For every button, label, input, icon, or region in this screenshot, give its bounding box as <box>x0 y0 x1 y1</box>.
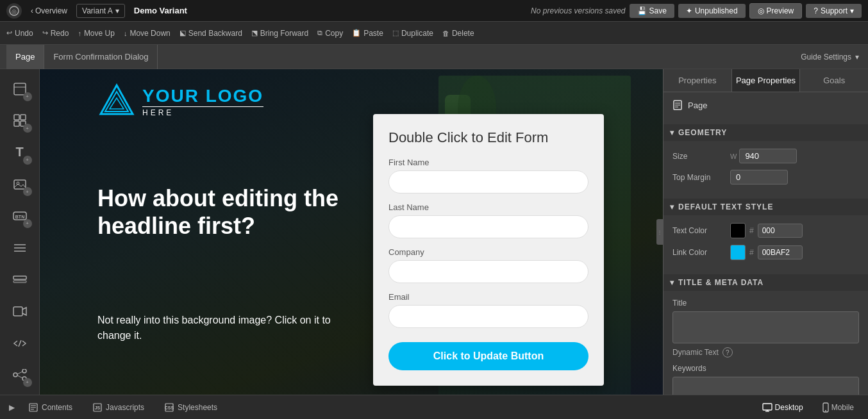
element-sidebar: + + T + + BTN + + <box>0 69 40 395</box>
undo-button[interactable]: ↩ Undo <box>6 29 33 38</box>
delete-icon: 🗑 <box>442 29 449 37</box>
company-field: Company <box>388 247 588 283</box>
chevron-down-icon: ▾ <box>115 6 119 15</box>
dynamic-text-button[interactable]: Dynamic Text ? <box>672 347 733 357</box>
form-dialog[interactable]: Double Click to Edit Form First Name Las… <box>373 114 604 386</box>
paste-button[interactable]: 📋 Paste <box>352 29 383 38</box>
logo-main-text: YOUR LOGO <box>142 86 263 106</box>
link-color-label: Link Color <box>672 248 730 257</box>
sidebar-item-widget[interactable]: + <box>5 106 35 136</box>
geometry-header[interactable]: ▾ GEOMETRY <box>664 124 868 141</box>
page-logo: YOUR LOGO HERE <box>97 82 263 120</box>
svg-rect-2 <box>14 83 26 95</box>
sidebar-item-image[interactable]: + <box>5 170 35 199</box>
bring-forward-button[interactable]: ⬔ Bring Forward <box>251 29 308 38</box>
size-label: Size <box>672 152 730 161</box>
page-headline[interactable]: How about editing the headline first? <box>97 185 367 240</box>
svg-rect-6 <box>14 121 19 126</box>
canvas[interactable]: YOUR LOGO HERE How about editing the hea… <box>40 69 663 395</box>
text-color-swatch[interactable] <box>730 223 746 238</box>
keywords-textarea[interactable] <box>672 377 859 395</box>
email-input[interactable] <box>388 305 588 328</box>
tab-page[interactable]: Page <box>6 45 44 69</box>
sidebar-item-social[interactable]: + <box>5 360 35 390</box>
sidebar-item-video[interactable] <box>5 297 35 326</box>
copy-icon: ⧉ <box>317 29 322 37</box>
preview-button[interactable]: ◎ Preview <box>749 3 803 19</box>
last-name-input[interactable] <box>388 215 588 238</box>
page-background[interactable]: YOUR LOGO HERE How about editing the hea… <box>40 69 663 395</box>
tab-form-confirmation[interactable]: Form Confirmation Dialog <box>44 45 158 69</box>
top-margin-input[interactable] <box>730 170 788 185</box>
back-label: Overview <box>35 6 67 15</box>
variant-selector[interactable]: Variant A ▾ <box>76 4 125 18</box>
sidebar-item-text[interactable]: T + <box>5 138 35 167</box>
bottom-tab-javascripts[interactable]: JS Javascripts <box>84 400 153 415</box>
tab-properties[interactable]: Properties <box>664 69 732 92</box>
title-textarea[interactable] <box>672 311 859 343</box>
unpublished-button[interactable]: ✦ Unpublished <box>678 4 746 18</box>
svg-rect-16 <box>13 281 26 283</box>
page-subtext[interactable]: Not really into this background image? C… <box>97 313 341 343</box>
app-logo[interactable]: ◎ <box>6 3 22 19</box>
svg-point-20 <box>22 369 26 373</box>
help-icon: ? <box>814 6 818 15</box>
link-color-input[interactable] <box>758 245 803 259</box>
move-down-button[interactable]: ↓ Move Down <box>124 29 171 38</box>
move-up-icon: ↑ <box>78 29 81 37</box>
unpublished-icon: ✦ <box>686 6 692 15</box>
redo-button[interactable]: ↪ Redo <box>42 29 69 38</box>
bottom-tab-stylesheets[interactable]: CSS Stylesheets <box>156 400 226 415</box>
duplicate-icon: ⬚ <box>392 29 399 37</box>
page-tabs-bar: Page Form Confirmation Dialog Guide Sett… <box>0 45 868 69</box>
meta-header[interactable]: ▾ TITLE & META DATA <box>664 274 868 291</box>
logo-sub-text: HERE <box>142 106 263 117</box>
paste-icon: 📋 <box>352 29 361 37</box>
mobile-button[interactable]: Mobile <box>815 400 862 415</box>
send-backward-button[interactable]: ⬕ Send Backward <box>179 29 242 38</box>
size-controls: W <box>730 149 797 163</box>
sidebar-item-code[interactable] <box>5 329 35 358</box>
svg-line-23 <box>17 375 22 378</box>
company-input[interactable] <box>388 260 588 283</box>
sidebar-item-button[interactable]: BTN + <box>5 201 35 231</box>
undo-icon: ↩ <box>6 29 12 37</box>
move-up-button[interactable]: ↑ Move Up <box>78 29 115 38</box>
sidebar-item-layout[interactable] <box>5 233 35 263</box>
text-color-label: Text Color <box>672 226 730 235</box>
text-badge: + <box>23 156 32 165</box>
toolbar: ↩ Undo ↪ Redo ↑ Move Up ↓ Move Down ⬕ Se… <box>0 22 868 45</box>
support-button[interactable]: ? Support ▾ <box>806 4 862 18</box>
width-label: W <box>730 152 737 160</box>
text-color-input[interactable] <box>758 224 803 238</box>
panel-page-label: Page <box>672 100 859 110</box>
form-submit-button[interactable]: Click to Update Button <box>388 342 588 370</box>
text-color-controls: # <box>730 223 803 238</box>
versions-text: No previous versions saved <box>531 6 625 15</box>
text-style-header[interactable]: ▾ DEFAULT TEXT STYLE <box>664 199 868 215</box>
svg-text:JS: JS <box>95 406 101 410</box>
first-name-field: First Name <box>388 158 588 193</box>
copy-button[interactable]: ⧉ Copy <box>317 29 343 38</box>
sidebar-item-divider[interactable] <box>5 265 35 295</box>
desktop-button[interactable]: Desktop <box>755 400 811 415</box>
guide-settings-button[interactable]: Guide Settings ▾ <box>792 53 868 62</box>
size-width-input[interactable] <box>739 149 797 163</box>
bottom-arrow-icon[interactable]: ▶ <box>6 400 17 415</box>
last-name-field: Last Name <box>388 202 588 238</box>
overview-back-button[interactable]: ‹ Overview <box>26 4 72 17</box>
link-color-swatch[interactable] <box>730 245 746 260</box>
delete-button[interactable]: 🗑 Delete <box>442 29 474 38</box>
tab-page-properties[interactable]: Page Properties <box>732 69 801 92</box>
chevron-down-icon: ▾ <box>670 128 674 137</box>
bottom-tab-contents[interactable]: Contents <box>20 400 81 415</box>
size-row: Size W <box>672 149 859 163</box>
sidebar-item-section[interactable]: + <box>5 74 35 104</box>
duplicate-button[interactable]: ⬚ Duplicate <box>392 29 433 38</box>
link-hash-label: # <box>749 248 754 257</box>
tab-goals[interactable]: Goals <box>800 69 868 92</box>
canvas-resize-handle[interactable]: ⋮ <box>656 219 663 245</box>
save-button[interactable]: 💾 Save <box>630 4 674 18</box>
text-style-body: Text Color # Link Color # <box>664 215 868 274</box>
first-name-input[interactable] <box>388 170 588 193</box>
